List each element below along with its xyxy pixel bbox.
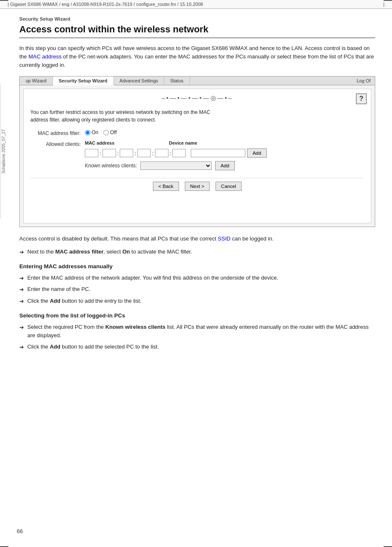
log-off-label[interactable]: Log Of [353, 77, 375, 85]
mac-inputs: : : : : : [85, 149, 186, 157]
arrow-item-3: ➔ Enter the name of the PC. [19, 285, 375, 294]
arrow-text-2: Enter the MAC address of the network ada… [27, 274, 279, 283]
column-headers: MAC address Device name [85, 140, 267, 145]
arrow-sym-4: ➔ [19, 297, 24, 306]
mac-octet-1[interactable] [85, 149, 98, 157]
next-button[interactable]: Next > [185, 182, 210, 191]
mac-sep-2: : [117, 150, 119, 156]
tab-up-wizard[interactable]: up Wizard [20, 77, 53, 85]
arrow-sym-1: ➔ [19, 248, 24, 257]
section-heading-logged-in: Selecting from the list of logged-in PCs [19, 311, 375, 320]
help-icon[interactable]: ? [356, 93, 367, 104]
wizard-description: You can further restrict access to your … [30, 108, 224, 124]
radio-off-label[interactable]: Off [103, 129, 117, 135]
header-separator: | [383, 2, 384, 7]
ssid-link[interactable]: SSID [218, 235, 230, 242]
body-para1-text1: Access control is disabled by default. T… [19, 235, 218, 242]
arrow-sym-5: ➔ [19, 323, 24, 332]
allowed-clients-col: MAC address Device name : : : [85, 140, 267, 170]
body-content: Access control is disabled by default. T… [19, 235, 375, 352]
add-mac-button[interactable]: Add [247, 148, 266, 158]
arrow-text-4: Click the Add button to add the entry to… [27, 297, 142, 306]
page-wrapper: | Gigaset SX686 WiMAX / eng / A31008-N91… [0, 0, 392, 547]
wizard-body: ? –•—•—•—•—◎—•– You can further restrict… [23, 89, 371, 223]
arrow-item-6: ➔ Click the Add button to add the select… [19, 343, 375, 352]
mac-sep-5: : [169, 150, 172, 156]
breadcrumb: | Gigaset SX686 WiMAX / eng / A31008-N91… [8, 2, 203, 7]
top-header: | Gigaset SX686 WiMAX / eng / A31008-N91… [0, 0, 392, 9]
arrow-item-2: ➔ Enter the MAC address of the network a… [19, 274, 375, 283]
wizard-box: up Wizard Security Setup Wizard Advanced… [19, 76, 375, 227]
arrow-sym-3: ➔ [19, 285, 24, 294]
known-clients-select[interactable] [140, 161, 212, 170]
arrow-text-1: Next to the MAC address filter, select O… [27, 248, 192, 256]
page-number: 66 [17, 528, 23, 534]
side-label: Schablone 2005_07_27 [0, 84, 7, 219]
radio-on[interactable] [85, 130, 90, 135]
radio-off-text: Off [110, 129, 117, 135]
section-heading-mac-manual: Entering MAC addresses manually [19, 262, 375, 271]
tab-advanced-settings[interactable]: Advanced Settings [114, 77, 165, 85]
back-button[interactable]: < Back [153, 182, 179, 191]
mac-input-row: : : : : : [85, 148, 267, 158]
intro-text2: of the PC net-work adapters. You can ent… [19, 53, 374, 68]
cancel-button[interactable]: Cancel [216, 182, 242, 191]
mac-octet-6[interactable] [172, 149, 186, 157]
mac-sep-3: : [134, 150, 137, 156]
mac-filter-controls: On Off [85, 129, 117, 135]
arrow-text-6: Click the Add button to add the selected… [27, 343, 159, 351]
arrow-item-4: ➔ Click the Add button to add the entry … [19, 297, 375, 306]
tab-status[interactable]: Status [164, 77, 189, 85]
mac-sep-4: : [152, 150, 154, 156]
top-border-right [384, 0, 392, 1]
body-para1: Access control is disabled by default. T… [19, 235, 375, 243]
radio-off[interactable] [103, 130, 109, 135]
device-name-input[interactable] [191, 149, 245, 157]
main-content: Security Setup Wizard Access control wit… [8, 9, 392, 362]
progress-dots: –•—•—•—•—◎—•– [30, 94, 364, 102]
arrow-text-5: Select the required PC from the Known wi… [27, 323, 375, 341]
mac-address-col-label: MAC address [85, 140, 169, 145]
allowed-clients-row: Allowed clients: MAC address Device name… [30, 140, 364, 170]
mac-address-link[interactable]: MAC address [29, 53, 62, 60]
wizard-nav-tabs: up Wizard Security Setup Wizard Advanced… [20, 77, 375, 85]
section-label: Security Setup Wizard [19, 16, 375, 21]
top-border-left [0, 0, 8, 1]
known-clients-label: Known wireless clients: [85, 163, 137, 169]
body-para1-end: can be logged in. [231, 235, 274, 242]
mac-filter-label: MAC address filter: [30, 129, 85, 136]
wizard-footer: < Back Next > Cancel [30, 178, 364, 191]
mac-octet-5[interactable] [155, 149, 168, 157]
arrow-sym-2: ➔ [19, 274, 24, 283]
mac-octet-4[interactable] [137, 149, 151, 157]
radio-on-text: On [92, 129, 98, 135]
radio-on-label[interactable]: On [85, 129, 98, 135]
mac-octet-3[interactable] [120, 149, 133, 157]
tab-security-setup-wizard[interactable]: Security Setup Wizard [53, 77, 114, 85]
arrow-text-3: Enter the name of the PC. [27, 285, 90, 294]
known-clients-row: Known wireless clients: Add [85, 161, 267, 170]
mac-octet-2[interactable] [103, 149, 116, 157]
arrow-item-1: ➔ Next to the MAC address filter, select… [19, 248, 375, 257]
allowed-clients-label: Allowed clients: [30, 140, 85, 147]
intro-text: In this step you can specify which PCs w… [19, 44, 375, 69]
mac-sep-1: : [99, 150, 102, 156]
arrow-sym-6: ➔ [19, 343, 24, 352]
mac-filter-row: MAC address filter: On Off [30, 129, 364, 136]
arrow-item-5: ➔ Select the required PC from the Known … [19, 323, 375, 341]
device-name-col-label: Device name [169, 140, 228, 145]
add-known-client-button[interactable]: Add [215, 161, 234, 170]
page-title: Access control within the wireless netwo… [19, 24, 375, 38]
